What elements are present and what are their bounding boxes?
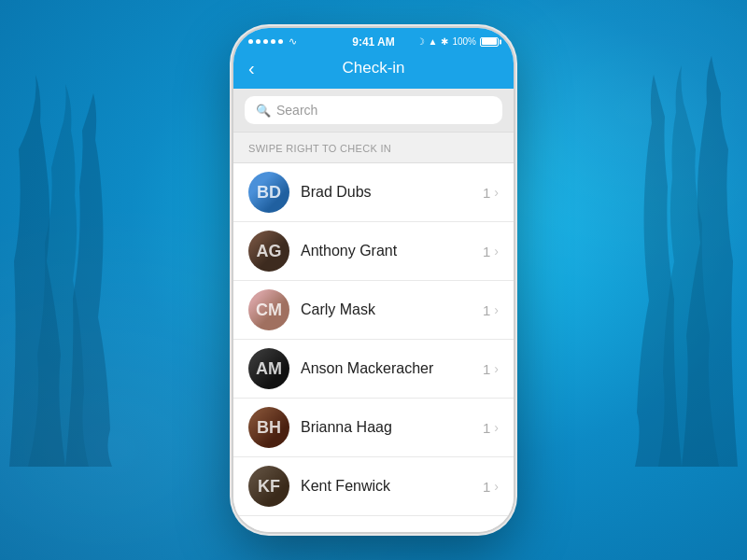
battery-icon — [480, 37, 499, 47]
avatar-inner: AG — [248, 231, 289, 272]
item-count: 1 — [483, 302, 490, 318]
item-right: 1› — [483, 302, 499, 318]
list-item[interactable]: AGAnthony Grant1› — [233, 222, 514, 281]
item-count: 1 — [483, 479, 490, 495]
avatar: CM — [248, 289, 289, 330]
item-right: 1› — [483, 185, 499, 201]
wifi-icon: ∿ — [289, 35, 297, 48]
search-bar[interactable]: 🔍 Search — [245, 96, 502, 124]
section-header-label: SWIPE RIGHT TO CHECK IN — [248, 143, 391, 154]
chevron-right-icon: › — [494, 361, 499, 376]
item-count: 1 — [483, 244, 490, 259]
person-name: Kent Fenwick — [301, 478, 472, 495]
person-name: Anson Mackeracher — [301, 360, 472, 377]
item-right: 1› — [483, 361, 499, 377]
avatar-inner: BD — [248, 172, 289, 213]
signal-dot-4 — [271, 39, 275, 44]
battery-percent: 100% — [452, 36, 476, 47]
signal-area: ∿ — [248, 35, 297, 48]
list-item[interactable]: BHBrianna Haag1› — [233, 399, 514, 457]
item-count: 1 — [483, 420, 490, 436]
back-button[interactable]: ‹ — [248, 59, 255, 77]
signal-dot-5 — [278, 39, 283, 44]
list-item[interactable]: KFKent Fenwick1› — [233, 457, 514, 516]
signal-dot-2 — [256, 39, 261, 44]
chevron-right-icon: › — [494, 420, 499, 435]
item-right: 1› — [483, 420, 499, 436]
list-item[interactable]: AMAnson Mackeracher1› — [233, 340, 514, 399]
signal-dot-3 — [263, 39, 268, 44]
person-name: Brad Dubs — [301, 184, 472, 201]
battery-fill — [482, 38, 497, 45]
person-name: Anthony Grant — [301, 243, 472, 259]
list-item[interactable]: CMCarly Mask1› — [233, 281, 514, 340]
item-count: 1 — [483, 185, 490, 201]
people-list: BDBrad Dubs1›AGAnthony Grant1›CMCarly Ma… — [233, 163, 514, 532]
chevron-right-icon: › — [494, 302, 499, 317]
phone-frame: ∿ 9:41 AM ☽ ▲ ✱ 100% ‹ Check-in 🔍 Search — [233, 28, 514, 532]
moon-icon: ☽ — [416, 36, 425, 47]
status-right-area: ☽ ▲ ✱ 100% — [416, 36, 499, 47]
avatar: AG — [248, 231, 289, 272]
avatar-inner: CM — [248, 289, 289, 330]
person-name: Brianna Haag — [301, 419, 472, 436]
crowd-left-svg — [0, 75, 149, 467]
list-item[interactable]: BDBrad Dubs1› — [233, 163, 514, 222]
section-header: SWIPE RIGHT TO CHECK IN — [233, 132, 514, 163]
status-time: 9:41 AM — [352, 35, 395, 49]
bluetooth-icon: ✱ — [441, 36, 448, 47]
location-icon: ▲ — [429, 36, 438, 47]
avatar: BH — [248, 407, 289, 448]
battery-tip — [500, 39, 501, 44]
avatar: BD — [248, 172, 289, 213]
search-icon: 🔍 — [256, 104, 271, 118]
nav-bar: ‹ Check-in — [233, 51, 514, 89]
status-bar: ∿ 9:41 AM ☽ ▲ ✱ 100% — [233, 28, 514, 51]
battery-body — [480, 37, 499, 47]
chevron-right-icon: › — [494, 479, 499, 494]
item-count: 1 — [483, 361, 490, 377]
avatar-inner: KF — [248, 466, 289, 507]
chevron-right-icon: › — [494, 244, 499, 259]
avatar-inner: BH — [248, 407, 289, 448]
search-placeholder: Search — [276, 103, 317, 118]
crowd-right-svg — [598, 56, 747, 467]
signal-dot-1 — [248, 39, 253, 44]
item-right: 1› — [483, 479, 499, 495]
search-container: 🔍 Search — [233, 89, 514, 132]
nav-title: Check-in — [342, 59, 404, 77]
avatar: AM — [248, 348, 289, 389]
item-right: 1› — [483, 244, 499, 259]
avatar: KF — [248, 466, 289, 507]
avatar-inner: AM — [248, 348, 289, 389]
chevron-right-icon: › — [494, 185, 499, 200]
person-name: Carly Mask — [301, 301, 472, 318]
